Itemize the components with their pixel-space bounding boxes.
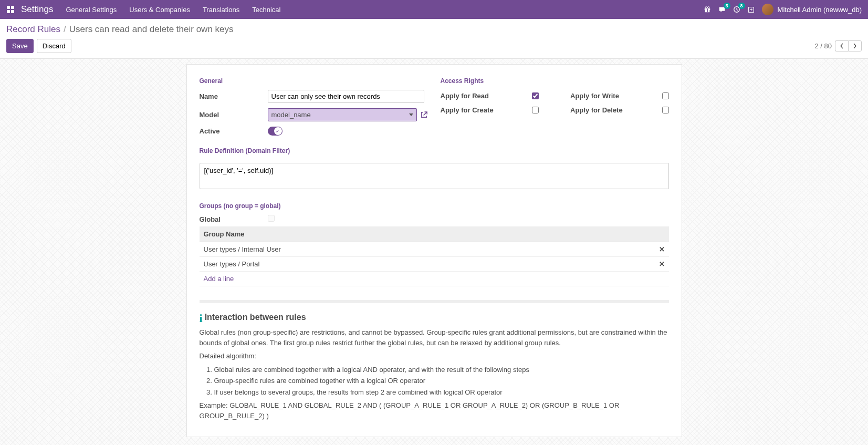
info-li3: If user belongs to several groups, the r… bbox=[214, 387, 669, 398]
info-li2: Group-specific rules are combined togeth… bbox=[214, 376, 669, 386]
save-button[interactable]: Save bbox=[6, 39, 34, 53]
messages-badge: 5 bbox=[724, 3, 730, 9]
delete-row-icon[interactable]: ✕ bbox=[659, 245, 665, 253]
read-label: Apply for Read bbox=[441, 92, 501, 100]
breadcrumb-sep: / bbox=[64, 24, 66, 35]
groups-header: Group Name bbox=[200, 226, 669, 242]
user-name: Mitchell Admin (newww_db) bbox=[778, 6, 862, 14]
nav-users-companies[interactable]: Users & Companies bbox=[129, 6, 190, 14]
model-label: Model bbox=[200, 111, 268, 119]
pager-value[interactable]: 2 / 80 bbox=[814, 42, 832, 50]
expand-icon[interactable] bbox=[748, 6, 755, 13]
delete-row-icon[interactable]: ✕ bbox=[659, 260, 665, 268]
section-groups: Groups (no group = global) bbox=[200, 202, 669, 210]
pager-prev[interactable] bbox=[835, 40, 848, 51]
info-section: i Interaction between rules Global rules… bbox=[200, 313, 669, 421]
name-input[interactable] bbox=[268, 90, 424, 103]
section-general: General bbox=[200, 77, 428, 85]
name-label: Name bbox=[200, 92, 268, 100]
chevron-down-icon bbox=[409, 113, 413, 116]
actions-bar: Save Discard 2 / 80 bbox=[0, 35, 868, 59]
delete-label: Apply for Delete bbox=[570, 106, 631, 114]
external-link-icon[interactable] bbox=[420, 111, 428, 119]
user-menu[interactable]: Mitchell Admin (newww_db) bbox=[762, 4, 862, 15]
svg-rect-2 bbox=[7, 10, 10, 13]
groups-table: Group Name User types / Internal User✕ U… bbox=[200, 226, 669, 286]
delete-checkbox[interactable] bbox=[662, 107, 669, 113]
breadcrumb-root[interactable]: Record Rules bbox=[6, 24, 60, 35]
info-algo-label: Detailed algorithm: bbox=[200, 351, 669, 361]
divider bbox=[200, 300, 669, 303]
app-title[interactable]: Settings bbox=[21, 4, 53, 15]
create-checkbox[interactable] bbox=[532, 107, 539, 113]
activities-badge: 8 bbox=[738, 3, 745, 9]
create-label: Apply for Create bbox=[441, 106, 501, 114]
info-title: Interaction between rules bbox=[205, 313, 306, 322]
breadcrumb-bar: Record Rules / Users can read and delete… bbox=[0, 19, 868, 35]
svg-point-7 bbox=[705, 7, 707, 9]
nav-translations[interactable]: Translations bbox=[203, 6, 239, 14]
breadcrumb-current: Users can read and delete their own keys bbox=[69, 24, 234, 35]
nav-general-settings[interactable]: General Settings bbox=[66, 6, 117, 14]
active-toggle[interactable] bbox=[268, 127, 283, 136]
app-header: Settings General Settings Users & Compan… bbox=[0, 0, 868, 19]
svg-point-8 bbox=[707, 7, 709, 9]
model-select[interactable]: model_name bbox=[268, 108, 417, 121]
global-label: Global bbox=[200, 215, 268, 223]
messages-icon[interactable]: 5 bbox=[718, 6, 726, 13]
section-access: Access Rights bbox=[441, 77, 669, 85]
form-sheet: General Name Model model_name bbox=[186, 64, 682, 437]
group-name: User types / Portal bbox=[204, 260, 260, 268]
read-checkbox[interactable] bbox=[532, 92, 539, 99]
add-line-row: Add a line bbox=[200, 272, 669, 286]
table-row[interactable]: User types / Portal✕ bbox=[200, 257, 669, 272]
apps-icon[interactable] bbox=[6, 5, 15, 14]
pager: 2 / 80 bbox=[814, 40, 862, 51]
form-canvas: General Name Model model_name bbox=[0, 59, 868, 445]
info-p1: Global rules (non group-specific) are re… bbox=[200, 327, 669, 348]
write-label: Apply for Write bbox=[570, 92, 631, 100]
header-tools: 5 8 Mitchell Admin (newww_db) bbox=[704, 4, 862, 15]
active-label: Active bbox=[200, 127, 268, 135]
gift-icon[interactable] bbox=[704, 6, 711, 13]
breadcrumb: Record Rules / Users can read and delete… bbox=[6, 24, 862, 35]
nav-technical[interactable]: Technical bbox=[252, 6, 280, 14]
info-li1: Global rules are combined together with … bbox=[214, 365, 669, 375]
discard-button[interactable]: Discard bbox=[37, 39, 71, 53]
pager-next[interactable] bbox=[848, 40, 862, 51]
add-line-link[interactable]: Add a line bbox=[204, 275, 234, 283]
group-name: User types / Internal User bbox=[204, 245, 281, 253]
info-example: Example: GLOBAL_RULE_1 AND GLOBAL_RULE_2… bbox=[200, 400, 669, 421]
global-checkbox bbox=[268, 215, 275, 222]
svg-rect-3 bbox=[11, 10, 14, 13]
activities-icon[interactable]: 8 bbox=[733, 6, 740, 13]
write-checkbox[interactable] bbox=[662, 92, 669, 99]
svg-rect-6 bbox=[707, 8, 708, 12]
section-rule-def: Rule Definition (Domain Filter) bbox=[200, 147, 669, 154]
avatar bbox=[762, 4, 773, 15]
svg-rect-1 bbox=[11, 6, 14, 9]
svg-rect-0 bbox=[7, 6, 10, 9]
domain-input[interactable] bbox=[200, 163, 669, 189]
info-icon: i bbox=[200, 313, 203, 324]
nav-menu: General Settings Users & Companies Trans… bbox=[66, 6, 703, 14]
model-value: model_name bbox=[271, 111, 311, 119]
table-row[interactable]: User types / Internal User✕ bbox=[200, 242, 669, 257]
